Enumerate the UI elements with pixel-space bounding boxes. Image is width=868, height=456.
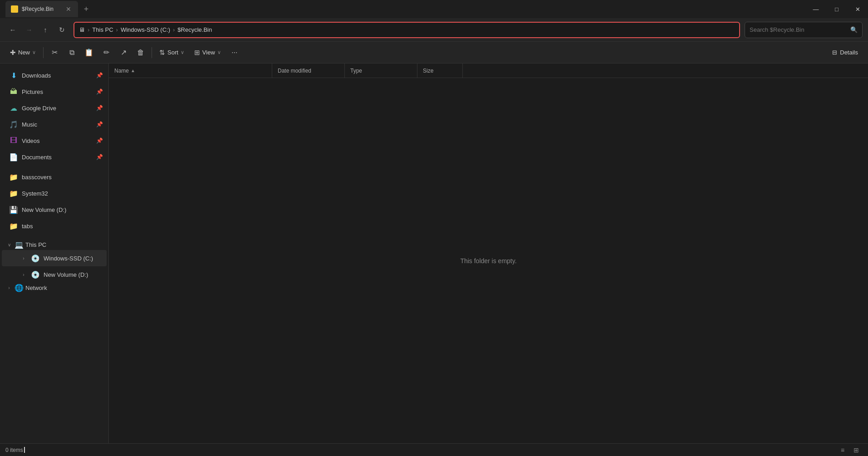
search-input[interactable] bbox=[750, 26, 847, 33]
new-chevron-icon: ∨ bbox=[32, 49, 36, 55]
navigation-bar: ← → ↑ ↻ 🖥 › This PC › Windows-SSD (C:) ›… bbox=[0, 18, 868, 42]
new-icon: ✚ bbox=[10, 49, 16, 57]
view-icon: ⊞ bbox=[194, 49, 200, 57]
column-type-label: Type bbox=[350, 68, 362, 74]
sidebar-item-system32[interactable]: 📁 System32 bbox=[2, 185, 107, 201]
column-header-name[interactable]: Name ▲ bbox=[109, 64, 272, 78]
music-pin-icon: 📌 bbox=[96, 121, 103, 127]
forward-button[interactable]: → bbox=[22, 23, 36, 37]
this-pc-icon: 💻 bbox=[15, 240, 24, 249]
list-view-button[interactable]: ≡ bbox=[836, 445, 849, 455]
windows-ssd-label: Windows-SSD (C:) bbox=[44, 255, 103, 262]
google-drive-icon: ☁ bbox=[9, 104, 18, 113]
sidebar-extra-section: 📁 basscovers 📁 System32 💾 New Volume (D:… bbox=[0, 169, 108, 234]
column-name-label: Name bbox=[114, 68, 129, 74]
refresh-button[interactable]: ↻ bbox=[54, 23, 69, 37]
close-button[interactable]: ✕ bbox=[847, 0, 868, 18]
sidebar-item-google-drive[interactable]: ☁ Google Drive 📌 bbox=[2, 100, 107, 116]
documents-label: Documents bbox=[22, 154, 93, 161]
rename-button[interactable]: ✏ bbox=[98, 44, 114, 61]
column-size-label: Size bbox=[423, 68, 433, 74]
windows-ssd-expand-icon: › bbox=[20, 255, 27, 262]
sidebar-section-this-pc[interactable]: ∨ 💻 This PC bbox=[2, 240, 107, 250]
column-header-modified[interactable]: Date modified bbox=[272, 64, 345, 78]
view-button[interactable]: ⊞ View ∨ bbox=[190, 44, 226, 61]
tab-close-button[interactable]: ✕ bbox=[64, 5, 73, 13]
sidebar-item-documents[interactable]: 📄 Documents 📌 bbox=[2, 149, 107, 165]
details-button[interactable]: ⊟ Details bbox=[828, 44, 863, 61]
sidebar-item-tabs[interactable]: 📁 tabs bbox=[2, 218, 107, 234]
maximize-button[interactable]: □ bbox=[826, 0, 847, 18]
cursor-indicator bbox=[24, 447, 25, 453]
sidebar-item-videos[interactable]: 🎞 Videos 📌 bbox=[2, 132, 107, 149]
more-button[interactable]: ··· bbox=[226, 44, 243, 61]
column-header-row: Name ▲ Date modified Type Size bbox=[109, 64, 868, 78]
downloads-pin-icon: 📌 bbox=[96, 72, 103, 78]
view-chevron-icon: ∨ bbox=[217, 49, 221, 55]
sidebar-item-new-volume-d[interactable]: 💾 New Volume (D:) bbox=[2, 201, 107, 218]
google-drive-label: Google Drive bbox=[22, 105, 93, 112]
sidebar-item-pictures[interactable]: 🏔 Pictures 📌 bbox=[2, 83, 107, 100]
music-label: Music bbox=[22, 121, 93, 128]
music-icon: 🎵 bbox=[9, 120, 18, 129]
sidebar-item-windows-ssd[interactable]: › 💿 Windows-SSD (C:) bbox=[2, 250, 107, 266]
breadcrumb-windows-ssd[interactable]: Windows-SSD (C:) bbox=[121, 26, 170, 33]
item-count: 0 items bbox=[5, 447, 23, 453]
network-expand-icon: › bbox=[5, 284, 13, 292]
details-icon: ⊟ bbox=[832, 49, 837, 56]
search-box[interactable]: 🔍 bbox=[745, 22, 863, 38]
this-pc-label: This PC bbox=[25, 241, 103, 248]
pictures-icon: 🏔 bbox=[9, 88, 18, 96]
documents-icon: 📄 bbox=[9, 153, 18, 162]
share-button[interactable]: ↗ bbox=[115, 44, 132, 61]
details-label: Details bbox=[840, 49, 858, 56]
new-volume-d2-label: New Volume (D:) bbox=[44, 271, 103, 278]
downloads-icon: ⬇ bbox=[9, 71, 18, 80]
tab-folder-icon bbox=[11, 5, 18, 13]
tabs-icon: 📁 bbox=[9, 222, 18, 230]
column-header-size[interactable]: Size bbox=[417, 64, 463, 78]
tab-title: $Recycle.Bin bbox=[22, 6, 61, 12]
videos-icon: 🎞 bbox=[9, 137, 18, 145]
breadcrumb-this-pc[interactable]: This PC bbox=[92, 26, 113, 33]
minimize-button[interactable]: — bbox=[805, 0, 826, 18]
column-modified-label: Date modified bbox=[278, 68, 311, 74]
sidebar: ⬇ Downloads 📌 🏔 Pictures 📌 ☁ Google Driv… bbox=[0, 64, 109, 443]
sidebar-item-new-volume-d2[interactable]: › 💿 New Volume (D:) bbox=[2, 266, 107, 283]
new-volume-d2-icon: 💿 bbox=[31, 270, 40, 279]
sidebar-item-downloads[interactable]: ⬇ Downloads 📌 bbox=[2, 67, 107, 83]
view-label: View bbox=[202, 49, 215, 56]
new-volume-d2-expand-icon: › bbox=[20, 271, 27, 278]
paste-button[interactable]: 📋 bbox=[81, 44, 97, 61]
sidebar-item-basscovers[interactable]: 📁 basscovers bbox=[2, 169, 107, 185]
new-button[interactable]: ✚ New ∨ bbox=[5, 44, 40, 61]
cut-button[interactable]: ✂ bbox=[46, 44, 63, 61]
sidebar-section-network[interactable]: › 🌐 Network bbox=[2, 283, 107, 293]
sidebar-pinned-section: ⬇ Downloads 📌 🏔 Pictures 📌 ☁ Google Driv… bbox=[0, 67, 108, 165]
separator-2 bbox=[152, 47, 152, 58]
videos-label: Videos bbox=[22, 137, 93, 144]
add-tab-button[interactable]: + bbox=[80, 3, 93, 15]
new-label: New bbox=[18, 49, 30, 56]
window-controls: — □ ✕ bbox=[805, 0, 868, 18]
pictures-pin-icon: 📌 bbox=[96, 88, 103, 95]
breadcrumb-computer-icon: 🖥 bbox=[79, 26, 85, 33]
delete-button[interactable]: 🗑 bbox=[132, 44, 149, 61]
sort-button[interactable]: ⇅ Sort ∨ bbox=[155, 44, 189, 61]
separator-1 bbox=[43, 47, 44, 58]
sidebar-item-music[interactable]: 🎵 Music 📌 bbox=[2, 116, 107, 132]
back-button[interactable]: ← bbox=[5, 23, 20, 37]
system32-icon: 📁 bbox=[9, 189, 18, 198]
active-tab[interactable]: $Recycle.Bin ✕ bbox=[5, 1, 78, 17]
command-bar: ✚ New ∨ ✂ ⧉ 📋 ✏ ↗ 🗑 ⇅ Sort ∨ ⊞ View ∨ ··… bbox=[0, 42, 868, 64]
search-icon[interactable]: 🔍 bbox=[850, 26, 858, 33]
status-bar: 0 items ≡ ⊞ bbox=[0, 443, 868, 456]
address-bar[interactable]: 🖥 › This PC › Windows-SSD (C:) › $Recycl… bbox=[74, 22, 740, 38]
breadcrumb-recycle-bin[interactable]: $Recycle.Bin bbox=[177, 26, 212, 33]
column-header-type[interactable]: Type bbox=[345, 64, 417, 78]
copy-button[interactable]: ⧉ bbox=[64, 44, 80, 61]
network-icon: 🌐 bbox=[15, 284, 24, 292]
grid-view-button[interactable]: ⊞ bbox=[850, 445, 863, 455]
up-button[interactable]: ↑ bbox=[38, 23, 53, 37]
pictures-label: Pictures bbox=[22, 88, 93, 95]
